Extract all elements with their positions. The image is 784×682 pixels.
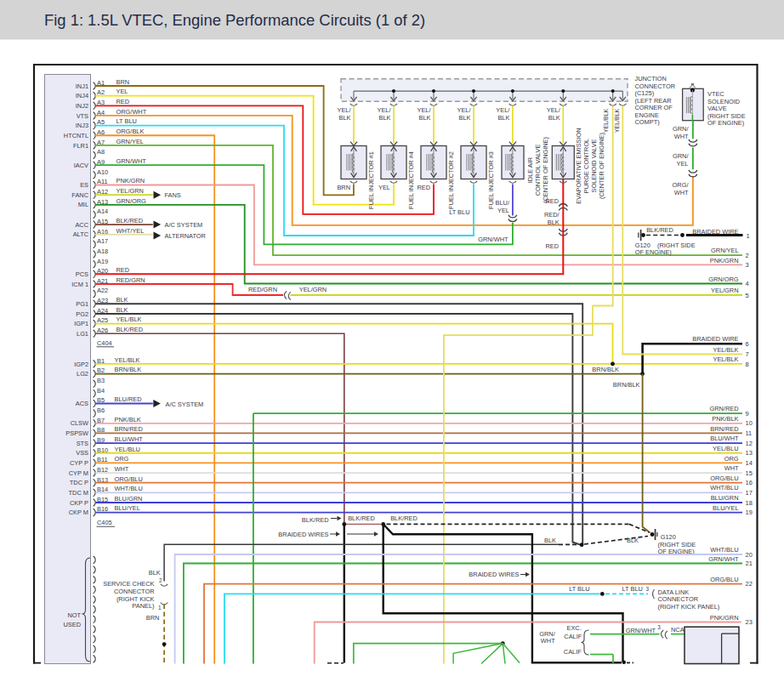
svg-text:19: 19 [746,509,753,516]
svg-text:NOT: NOT [67,611,81,619]
svg-text:BLU/WHT: BLU/WHT [115,435,144,443]
svg-text:TDC M: TDC M [69,489,88,497]
svg-text:BRN/RED: BRN/RED [115,425,143,433]
svg-text:RED: RED [545,197,559,205]
svg-text:LG1: LG1 [77,330,88,338]
svg-text:GRN/ORG: GRN/ORG [708,276,739,283]
svg-text:BLK: BLK [548,219,560,226]
svg-text:BRAIDED WIRE: BRAIDED WIRE [692,335,738,343]
svg-text:BLK: BLK [548,114,560,122]
svg-text:(RIGHT KICK PANEL): (RIGHT KICK PANEL) [658,603,720,611]
svg-text:(CENTER OF ENGINE): (CENTER OF ENGINE) [542,137,549,203]
svg-text:DATA LINK: DATA LINK [658,588,690,596]
svg-text:ORG: ORG [724,455,739,463]
svg-text:YEL/BLK: YEL/BLK [713,346,739,354]
svg-text:LT BLU: LT BLU [569,585,589,593]
svg-text:GRN/ORG: GRN/ORG [116,197,147,205]
svg-text:1: 1 [747,232,750,240]
svg-text:BLK: BLK [419,114,431,122]
svg-text:PNK/GRN: PNK/GRN [116,177,145,185]
svg-text:IDLE AIR: IDLE AIR [526,157,534,183]
svg-text:BLK/RED: BLK/RED [646,226,673,234]
svg-text:BRN: BRN [146,614,160,622]
svg-text:ACC: ACC [75,221,88,229]
svg-text:BRN/BLK: BRN/BLK [613,381,640,389]
svg-text:WHT: WHT [724,464,739,472]
svg-text:B4: B4 [97,387,105,395]
svg-text:COMPT): COMPT) [635,118,660,126]
svg-text:C404: C404 [97,339,112,347]
svg-text:PCS: PCS [76,270,88,278]
svg-text:PANEL): PANEL) [132,602,154,610]
svg-text:10: 10 [746,419,753,427]
svg-text:BRN: BRN [337,184,350,191]
svg-text:IACV: IACV [74,162,88,169]
svg-text:NCA: NCA [671,626,685,634]
svg-text:B3: B3 [97,377,105,384]
svg-text:GRN/WHT: GRN/WHT [116,157,147,165]
svg-text:7: 7 [746,350,749,358]
svg-text:YEL/GRN: YEL/GRN [116,187,144,195]
svg-text:PG2: PG2 [76,310,88,318]
svg-text:G120: G120 [661,533,676,541]
svg-text:PNK/GRN: PNK/GRN [710,614,739,622]
svg-text:GRN/WHT: GRN/WHT [626,627,656,634]
svg-text:WHT/BLU: WHT/BLU [115,485,143,492]
svg-text:CYP M: CYP M [69,469,88,477]
svg-text:A14: A14 [97,207,108,215]
svg-text:YEL/BLK: YEL/BLK [115,356,140,364]
svg-text:GRN/WHT: GRN/WHT [478,236,508,243]
svg-text:YEL/BLK: YEL/BLK [116,315,142,323]
svg-text:CLSW: CLSW [71,419,88,427]
svg-text:BLK: BLK [544,537,556,544]
svg-text:BLK/RED: BLK/RED [302,516,329,524]
svg-text:YEL/BLK: YEL/BLK [713,355,739,363]
svg-text:YEL/BLU: YEL/BLU [713,445,738,452]
svg-text:B6: B6 [97,406,105,414]
svg-text:INJ3: INJ3 [76,122,88,129]
svg-text:15: 15 [746,469,753,477]
svg-text:1: 1 [158,605,162,611]
svg-text:BRN/BLK: BRN/BLK [115,366,142,373]
svg-text:18: 18 [746,499,753,507]
svg-text:BLK: BLK [627,537,639,544]
svg-text:16: 16 [746,479,753,486]
svg-text:A/C SYSTEM: A/C SYSTEM [166,401,204,408]
svg-text:CKP M: CKP M [69,509,88,516]
svg-text:BLK: BLK [379,114,391,122]
svg-text:YEL: YEL [677,160,689,168]
svg-text:RED: RED [417,184,430,191]
svg-text:IGP2: IGP2 [74,361,88,368]
svg-text:GRN/YEL: GRN/YEL [711,247,738,254]
svg-text:BRN/RED: BRN/RED [710,425,738,433]
svg-text:BLK/RED: BLK/RED [390,514,418,522]
svg-text:VSS: VSS [76,449,88,457]
svg-text:OF ENGINE): OF ENGINE) [635,248,672,256]
svg-text:YEL/BLK: YEL/BLK [614,108,620,133]
svg-text:WHT/YEL: WHT/YEL [116,227,145,235]
svg-text:WHT: WHT [674,133,689,140]
svg-text:A10: A10 [97,168,108,176]
svg-text:BLK: BLK [459,114,471,122]
svg-text:Fig 1: 1.5L VTEC, Engine Perfo: Fig 1: 1.5L VTEC, Engine Performance Cir… [44,11,425,29]
svg-text:VTS: VTS [77,112,88,120]
svg-text:5: 5 [746,292,749,299]
svg-text:CONNECTOR: CONNECTOR [658,595,699,603]
svg-text:WHT: WHT [541,637,555,645]
svg-text:3: 3 [646,586,650,592]
svg-text:CALIF: CALIF [564,648,582,656]
svg-text:2: 2 [746,252,749,259]
svg-text:INJ1: INJ1 [76,82,88,90]
svg-text:OF ENGINE): OF ENGINE) [707,119,744,127]
svg-text:LT BLU: LT BLU [449,208,469,216]
svg-text:FUEL INJECTOR #1: FUEL INJECTOR #1 [367,151,375,209]
svg-text:WHT: WHT [674,189,689,196]
svg-text:ORG/WHT: ORG/WHT [116,108,147,116]
svg-text:PNK/BLK: PNK/BLK [712,415,738,423]
svg-text:A/C SYSTEM: A/C SYSTEM [165,221,203,229]
svg-text:22: 22 [746,580,753,588]
svg-text:PNK/BLK: PNK/BLK [115,416,141,423]
svg-text:RED: RED [116,266,130,274]
svg-text:CKP P: CKP P [70,499,88,507]
svg-text:INJ2: INJ2 [76,102,88,110]
